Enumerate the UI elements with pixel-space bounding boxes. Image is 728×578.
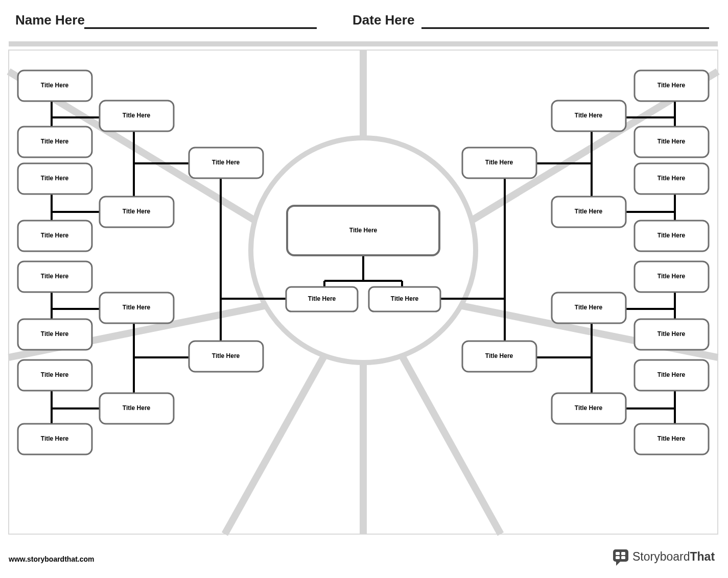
right-outer-a[interactable]: Title Here: [635, 70, 709, 101]
center-main-box[interactable]: Title Here: [287, 206, 439, 255]
svg-marker-72: [616, 561, 621, 566]
left-outer-c-label: Title Here: [41, 175, 69, 182]
right-outer-h-label: Title Here: [657, 435, 686, 442]
left-inner-d[interactable]: Title Here: [100, 393, 174, 424]
left-outer-e[interactable]: Title Here: [18, 261, 92, 292]
center-main-label: Title Here: [349, 227, 378, 234]
date-label: Date Here: [353, 12, 414, 28]
semi-right-upper-label: Title Here: [485, 159, 513, 166]
right-outer-f[interactable]: Title Here: [635, 319, 709, 350]
left-outer-e-label: Title Here: [41, 273, 69, 280]
semi-right-upper[interactable]: Title Here: [462, 148, 536, 178]
right-inner-c-label: Title Here: [575, 304, 603, 311]
center-child-left-label: Title Here: [308, 295, 336, 302]
right-outer-c-label: Title Here: [657, 175, 686, 182]
svg-rect-74: [621, 552, 625, 555]
left-inner-a[interactable]: Title Here: [100, 101, 174, 131]
svg-rect-71: [613, 549, 628, 562]
right-inner-a-label: Title Here: [575, 112, 603, 119]
right-outer-c[interactable]: Title Here: [635, 163, 709, 194]
center-child-right-label: Title Here: [391, 295, 419, 302]
right-outer-d-label: Title Here: [657, 232, 686, 239]
svg-text:StoryboardThat: StoryboardThat: [632, 550, 715, 563]
header-area: Name Here Date Here: [15, 12, 709, 28]
right-inner-c[interactable]: Title Here: [552, 293, 626, 323]
brand-text-a: Storyboard: [632, 550, 690, 563]
brand-logo: StoryboardThat: [613, 549, 715, 566]
semi-right-lower[interactable]: Title Here: [462, 341, 536, 372]
left-outer-a-label: Title Here: [41, 82, 69, 89]
name-label: Name Here: [15, 12, 85, 28]
right-outer-b-label: Title Here: [657, 138, 686, 145]
left-inner-a-label: Title Here: [123, 112, 151, 119]
left-outer-h[interactable]: Title Here: [18, 424, 92, 454]
left-outer-g[interactable]: Title Here: [18, 360, 92, 391]
left-inner-c[interactable]: Title Here: [100, 293, 174, 323]
left-outer-a[interactable]: Title Here: [18, 70, 92, 101]
semi-right-lower-label: Title Here: [485, 352, 513, 359]
right-outer-f-label: Title Here: [657, 330, 686, 338]
left-inner-d-label: Title Here: [123, 404, 151, 412]
right-inner-a[interactable]: Title Here: [552, 101, 626, 131]
semi-left-lower[interactable]: Title Here: [189, 341, 263, 372]
right-inner-b[interactable]: Title Here: [552, 197, 626, 227]
right-outer-a-label: Title Here: [657, 82, 686, 89]
center-child-left[interactable]: Title Here: [286, 287, 358, 311]
brand-text-b: That: [690, 550, 715, 563]
header-divider: [9, 41, 718, 46]
left-inner-b[interactable]: Title Here: [100, 197, 174, 227]
left-outer-b[interactable]: Title Here: [18, 127, 92, 157]
left-outer-h-label: Title Here: [41, 435, 69, 442]
left-outer-f-label: Title Here: [41, 330, 69, 338]
left-outer-d[interactable]: Title Here: [18, 221, 92, 251]
right-outer-e-label: Title Here: [657, 273, 686, 280]
semi-left-upper-label: Title Here: [212, 159, 240, 166]
right-outer-g-label: Title Here: [657, 371, 686, 378]
left-inner-b-label: Title Here: [123, 208, 151, 215]
left-outer-f[interactable]: Title Here: [18, 319, 92, 350]
svg-rect-75: [616, 556, 620, 559]
right-outer-g[interactable]: Title Here: [635, 360, 709, 391]
left-outer-d-label: Title Here: [41, 232, 69, 239]
center-child-right[interactable]: Title Here: [369, 287, 440, 311]
right-outer-b[interactable]: Title Here: [635, 127, 709, 157]
right-outer-d[interactable]: Title Here: [635, 221, 709, 251]
worksheet-page: Name Here Date Here: [0, 0, 728, 578]
left-outer-c[interactable]: Title Here: [18, 163, 92, 194]
right-inner-d-label: Title Here: [575, 404, 603, 412]
left-outer-b-label: Title Here: [41, 138, 69, 145]
svg-rect-73: [616, 552, 620, 555]
speech-bubble-icon: [613, 549, 628, 566]
right-outer-e[interactable]: Title Here: [635, 261, 709, 292]
footer-url: www.storyboardthat.com: [8, 555, 95, 563]
left-inner-c-label: Title Here: [123, 304, 151, 311]
svg-rect-76: [621, 556, 625, 559]
left-outer-g-label: Title Here: [41, 371, 69, 378]
semi-left-lower-label: Title Here: [212, 352, 240, 359]
right-inner-d[interactable]: Title Here: [552, 393, 626, 424]
right-inner-b-label: Title Here: [575, 208, 603, 215]
semi-left-upper[interactable]: Title Here: [189, 148, 263, 178]
right-outer-h[interactable]: Title Here: [635, 424, 709, 454]
